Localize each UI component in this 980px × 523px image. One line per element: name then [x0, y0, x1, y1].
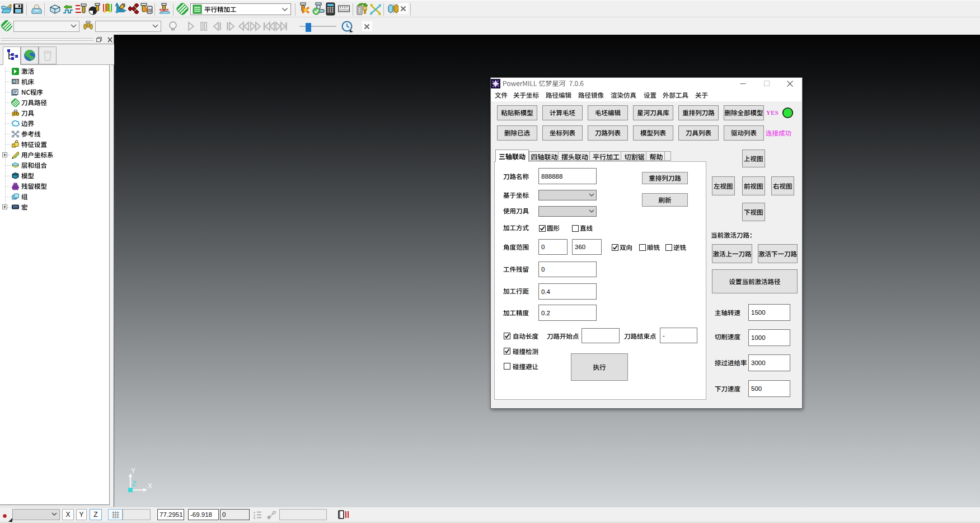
- svg-text:YES: YES: [766, 110, 779, 116]
